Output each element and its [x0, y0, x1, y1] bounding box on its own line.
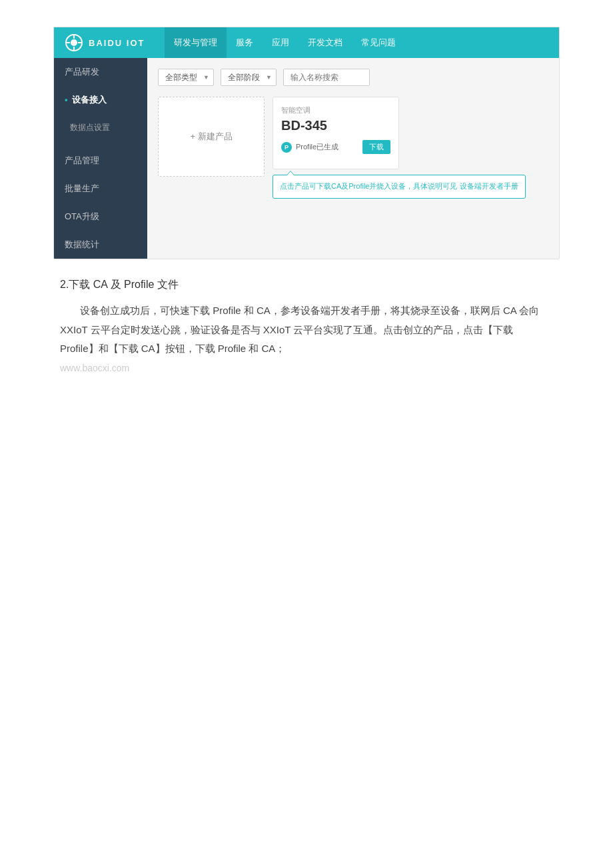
- sidebar-item-product-dev[interactable]: 产品研发: [54, 58, 147, 86]
- stage-select-wrapper: 全部阶段: [221, 69, 277, 86]
- main-layout: 产品研发 设备接入 数据点设置 产品管理 批量生产 OTA升级 数据统计 全部类…: [54, 58, 559, 259]
- sidebar-item-data-points[interactable]: 数据点设置: [54, 114, 147, 141]
- product-category: 智能空调: [281, 105, 390, 115]
- search-input[interactable]: [283, 69, 370, 86]
- logo-icon: [65, 33, 83, 52]
- tooltip-text: 点击产品可下载CA及Profile并烧入设备，具体说明可见 设备端开发者手册: [280, 182, 518, 190]
- sidebar-item-batch-prod[interactable]: 批量生产: [54, 175, 147, 203]
- product-name: BD-345: [281, 118, 390, 133]
- nav-item-research[interactable]: 研发与管理: [165, 27, 227, 58]
- tooltip-bubble: 点击产品可下载CA及Profile并烧入设备，具体说明可见 设备端开发者手册: [273, 175, 526, 199]
- sidebar-item-product-mgmt[interactable]: 产品管理: [54, 147, 147, 175]
- nav-item-app[interactable]: 应用: [263, 27, 299, 58]
- product-card-bd345[interactable]: 智能空调 BD-345 P Profile已生成 下载: [273, 97, 399, 169]
- download-button[interactable]: 下载: [362, 140, 390, 154]
- add-product-label: + 新建产品: [190, 131, 232, 143]
- doc-paragraph: 设备创立成功后，可快速下载 Profile 和 CA，参考设备端开发者手册，将其…: [60, 301, 553, 377]
- sidebar-item-ota[interactable]: OTA升级: [54, 203, 147, 231]
- stage-select[interactable]: 全部阶段: [221, 69, 277, 86]
- logo-area: BAIDU IOT: [65, 33, 145, 52]
- profile-status: Profile已生成: [296, 142, 338, 152]
- product-grid: + 新建产品 智能空调 BD-345 P Profile已生成 下载: [158, 97, 548, 199]
- profile-row: P Profile已生成 下载: [281, 140, 390, 154]
- content-area: 全部类型 全部阶段 + 新建产品 智: [147, 58, 559, 259]
- sidebar: 产品研发 设备接入 数据点设置 产品管理 批量生产 OTA升级 数据统计: [54, 58, 147, 259]
- profile-icon: P: [281, 142, 292, 153]
- watermark: www.baocxi.com: [60, 363, 129, 373]
- type-select[interactable]: 全部类型: [158, 69, 214, 86]
- doc-section: 2.下载 CA 及 Profile 文件 设备创立成功后，可快速下载 Profi…: [40, 278, 573, 377]
- filter-bar: 全部类型 全部阶段: [158, 69, 548, 86]
- top-nav: BAIDU IOT 研发与管理 服务 应用 开发文档 常见问题: [54, 27, 559, 58]
- sidebar-item-device-connect[interactable]: 设备接入: [54, 86, 147, 114]
- new-product-card[interactable]: + 新建产品: [158, 97, 265, 177]
- nav-item-service[interactable]: 服务: [227, 27, 263, 58]
- nav-item-faq[interactable]: 常见问题: [352, 27, 405, 58]
- product-card-container: 智能空调 BD-345 P Profile已生成 下载 点击产品可下载CA及Pr…: [273, 97, 526, 199]
- sidebar-item-data-stats[interactable]: 数据统计: [54, 231, 147, 259]
- doc-heading: 2.下载 CA 及 Profile 文件: [60, 278, 553, 292]
- nav-item-docs[interactable]: 开发文档: [299, 27, 352, 58]
- screenshot-container: BAIDU IOT 研发与管理 服务 应用 开发文档 常见问题 产品研发 设备接…: [53, 27, 560, 259]
- type-select-wrapper: 全部类型: [158, 69, 214, 86]
- svg-point-1: [71, 39, 77, 46]
- nav-items: 研发与管理 服务 应用 开发文档 常见问题: [165, 27, 405, 58]
- logo-text: BAIDU IOT: [89, 38, 145, 48]
